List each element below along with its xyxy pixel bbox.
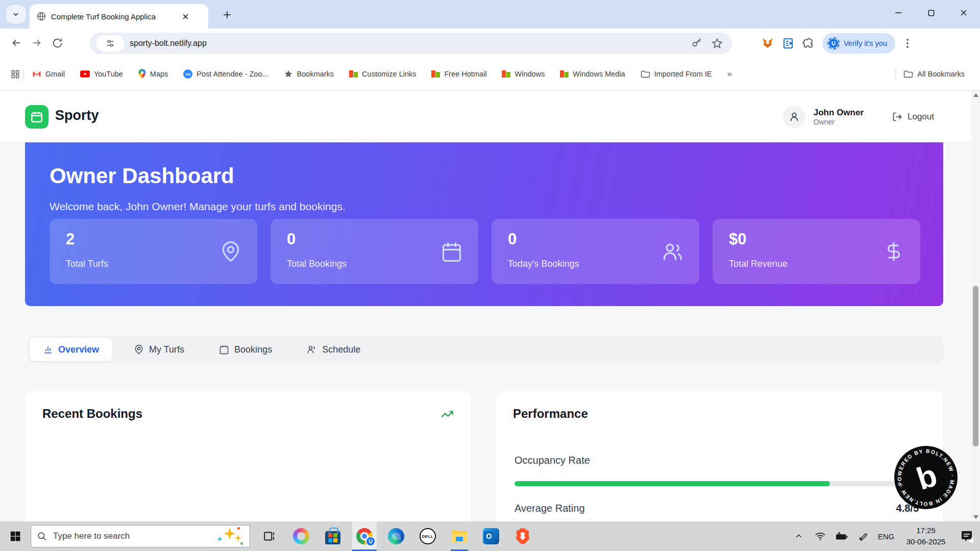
tab-search-button[interactable] [6, 5, 26, 23]
recent-bookings-card: Recent Bookings [25, 391, 471, 521]
extensions-puzzle-icon[interactable] [802, 38, 814, 49]
bookmark-free-hotmail[interactable]: Free Hotmail [431, 70, 486, 78]
chrome-profile-badge: U [365, 536, 376, 546]
tab-my-turfs[interactable]: My Turfs [120, 338, 198, 361]
all-bookmarks-group: All Bookmarks [892, 68, 970, 80]
bookmark-zoom[interactable]: zm Post Attendee - Zoo... [183, 69, 268, 79]
copilot-button[interactable] [289, 521, 313, 551]
edge-icon [388, 528, 404, 544]
file-explorer-icon [451, 529, 468, 543]
file-explorer-button[interactable] [447, 521, 472, 551]
calendar-logo-icon [30, 110, 43, 123]
microsoft-store-icon [325, 531, 340, 544]
password-key-icon[interactable] [691, 38, 702, 49]
tab-schedule[interactable]: Schedule [293, 338, 374, 361]
apps-grid-icon[interactable] [10, 69, 20, 79]
brave-icon [516, 528, 530, 544]
window-minimize-button[interactable] [882, 0, 915, 26]
brave-taskbar-button[interactable] [510, 521, 535, 551]
extensions-area: U Verify it's you [762, 33, 912, 54]
chevron-down-icon [12, 10, 20, 18]
bookmark-bookmarks[interactable]: Bookmarks [284, 69, 334, 79]
tab-overview[interactable]: Overview [30, 338, 112, 361]
url-text[interactable]: sporty-bolt.netlify.app [130, 39, 691, 48]
forward-button[interactable] [27, 33, 47, 53]
calendar-icon [219, 344, 229, 355]
scroll-up-arrow-icon[interactable] [971, 91, 980, 99]
browser-tab[interactable]: Complete Turf Booking Applica [30, 4, 208, 29]
tray-expand-button[interactable] [788, 521, 810, 551]
close-icon [960, 9, 968, 17]
window-maximize-button[interactable] [915, 0, 947, 26]
occupancy-rate-label: Occupancy Rate [514, 455, 590, 466]
maximize-icon [927, 9, 935, 17]
chrome-icon: U [356, 528, 373, 544]
taskbar-search-box[interactable]: Type here to search [31, 525, 250, 547]
trending-up-icon [440, 408, 454, 421]
pen-status[interactable] [852, 521, 874, 551]
notification-icon [960, 530, 973, 543]
minimize-icon [894, 9, 902, 17]
occupancy-progress-track [514, 481, 919, 486]
average-rating-label: Average Rating [514, 503, 585, 514]
bookmark-windows-media[interactable]: Windows Media [560, 70, 625, 78]
msn-icon [502, 70, 510, 78]
browser-tab-strip: Complete Turf Booking Applica [0, 0, 980, 29]
users-icon [307, 344, 317, 355]
windows-taskbar: Type here to search U DELL [0, 521, 980, 551]
edge-taskbar-button[interactable] [384, 521, 408, 551]
tab-bookings[interactable]: Bookings [206, 338, 285, 361]
task-view-icon [263, 530, 276, 543]
performance-title: Performance [513, 407, 588, 421]
outlook-taskbar-button[interactable]: O [479, 521, 503, 551]
user-info: John Owner Owner [814, 107, 864, 126]
msn-icon [560, 70, 569, 78]
bookmark-star-icon[interactable] [712, 38, 723, 49]
arrow-left-icon [11, 37, 22, 48]
bookmark-youtube[interactable]: YouTube [80, 70, 123, 78]
maps-icon [138, 69, 146, 79]
users-icon [662, 240, 684, 263]
gmail-icon [32, 70, 41, 78]
bookmark-maps[interactable]: Maps [138, 69, 168, 79]
window-close-button[interactable] [947, 0, 980, 26]
address-bar[interactable]: sporty-bolt.netlify.app [90, 33, 732, 54]
stat-card-total-turfs: 2 Total Turfs [50, 219, 257, 284]
dell-taskbar-button[interactable]: DELL [415, 521, 440, 551]
page-scrollbar[interactable] [971, 91, 980, 521]
wifi-status[interactable] [810, 521, 831, 551]
zoom-icon: zm [183, 69, 192, 79]
new-tab-button[interactable] [219, 7, 235, 22]
all-bookmarks-button[interactable]: All Bookmarks [903, 70, 965, 78]
dashboard-tabs: Overview My Turfs Bookings Schedule [28, 336, 943, 363]
site-settings-chip[interactable] [96, 35, 125, 52]
bookmark-customize-links[interactable]: Customize Links [349, 70, 416, 78]
scrollbar-thumb[interactable] [973, 286, 978, 446]
reading-list-icon[interactable] [782, 37, 794, 49]
metamask-icon[interactable] [762, 37, 774, 49]
chrome-taskbar-button[interactable]: U [352, 521, 377, 551]
action-center-button[interactable] [953, 521, 980, 551]
bookmarks-overflow-chevron[interactable]: » [727, 69, 730, 79]
logout-button[interactable]: Logout [892, 112, 934, 122]
reload-button[interactable] [47, 33, 67, 53]
start-button[interactable] [0, 521, 31, 551]
dashboard-hero: Owner Dashboard Welcome back, John Owner… [25, 142, 943, 306]
battery-status[interactable] [831, 521, 852, 551]
bookmark-windows[interactable]: Windows [502, 70, 545, 78]
window-controls [882, 0, 980, 26]
microsoft-store-button[interactable] [321, 521, 345, 551]
back-button[interactable] [6, 33, 27, 53]
star-icon [284, 69, 293, 79]
tab-close-icon[interactable] [182, 13, 189, 20]
clock[interactable]: 17:25 30-06-2025 [898, 525, 953, 547]
scroll-down-arrow-icon[interactable] [971, 513, 980, 521]
browser-menu-button[interactable] [903, 36, 912, 51]
bookmark-imported-from-ie[interactable]: Imported From IE [641, 70, 712, 78]
bookmark-gmail[interactable]: Gmail [32, 70, 65, 78]
language-indicator[interactable]: ENG [874, 532, 898, 541]
verify-profile-button[interactable]: U Verify it's you [822, 33, 895, 54]
battery-icon [835, 532, 848, 541]
page-title: Owner Dashboard [50, 164, 234, 188]
task-view-button[interactable] [257, 521, 282, 551]
